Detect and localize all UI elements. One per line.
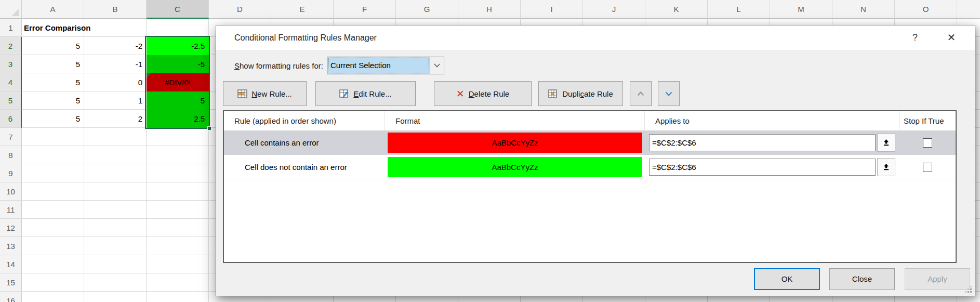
cell-C4-error[interactable]: #DIV/0!	[147, 73, 209, 91]
show-rules-dropdown[interactable]: Current Selection	[327, 57, 444, 74]
cell-A5[interactable]: 5	[22, 91, 84, 110]
column-header-C[interactable]: C	[147, 0, 209, 19]
chevron-down-icon	[665, 91, 672, 96]
cell-A6[interactable]: 5	[22, 110, 84, 128]
header-format: Format	[385, 111, 645, 130]
column-header-P-partial[interactable]	[957, 0, 980, 19]
cell-C2-active[interactable]: -2.5	[147, 37, 209, 55]
new-rule-button[interactable]: New Rule...	[223, 81, 307, 106]
rule-format-cell: AaBbCcYyZz	[385, 155, 645, 179]
show-rules-row: Show formatting rules for: Current Selec…	[216, 57, 975, 75]
header-rule: Rule (applied in order shown)	[224, 111, 385, 130]
rule-name: Cell contains an error	[224, 130, 385, 155]
column-header-K[interactable]: K	[645, 0, 708, 19]
stop-if-true-cell	[899, 130, 956, 155]
cell-B5[interactable]: 1	[84, 91, 147, 110]
close-icon[interactable]: ✕	[941, 25, 962, 50]
row-header-4[interactable]: 4	[0, 73, 22, 91]
cell-A3[interactable]: 5	[22, 55, 84, 73]
row-header-13[interactable]: 13	[0, 237, 22, 255]
cell-A1[interactable]: Error Comparison	[24, 19, 90, 37]
row-header-9[interactable]: 9	[0, 164, 22, 182]
rule-format-cell: AaBbCcYyZz	[385, 130, 645, 155]
column-header-M[interactable]: M	[770, 0, 832, 19]
format-preview-swatch: AaBbCcYyZz	[388, 157, 642, 177]
column-header-J[interactable]: J	[583, 0, 645, 19]
row-header-2[interactable]: 2	[0, 37, 22, 55]
row-header-15[interactable]: 15	[0, 273, 22, 292]
row-header-3[interactable]: 3	[0, 55, 22, 73]
delete-rule-label: Delete Rule	[469, 89, 509, 98]
show-rules-dropdown-value[interactable]: Current Selection	[327, 57, 430, 74]
row-header-8[interactable]: 8	[0, 146, 22, 164]
applies-to-cell	[645, 130, 899, 155]
column-header-L[interactable]: L	[708, 0, 770, 19]
select-all-triangle-icon	[11, 8, 19, 16]
close-button[interactable]: Close	[829, 268, 895, 290]
cell-C5[interactable]: 5	[147, 91, 209, 110]
red-x-icon: ✕	[456, 89, 465, 99]
stop-if-true-checkbox[interactable]	[923, 163, 932, 172]
cell-B4[interactable]: 0	[84, 73, 147, 91]
cell-A2[interactable]: 5	[22, 37, 84, 55]
row-header-5[interactable]: 5	[0, 91, 22, 110]
row-header-7[interactable]: 7	[0, 128, 22, 146]
stop-if-true-checkbox[interactable]	[923, 138, 932, 148]
row-header-12[interactable]: 12	[0, 219, 22, 237]
format-preview-swatch: AaBbCcYyZz	[388, 133, 642, 153]
error-indicator-triangle-icon	[147, 73, 151, 78]
column-header-I[interactable]: I	[521, 0, 583, 19]
rule-row-error[interactable]: Cell contains an error AaBbCcYyZz	[224, 130, 956, 155]
collapse-dialog-icon	[882, 163, 890, 171]
stop-if-true-cell	[899, 155, 956, 179]
chevron-down-icon[interactable]	[430, 57, 444, 74]
row-header-6[interactable]: 6	[0, 110, 22, 128]
cell-B2[interactable]: -2	[84, 37, 147, 55]
column-header-B[interactable]: B	[84, 0, 147, 19]
row-header-16[interactable]: 16	[0, 292, 22, 302]
rules-toolbar: New Rule... Edit Rule... ✕ Delete Rule D…	[216, 81, 975, 106]
row-header-11[interactable]: 11	[0, 201, 22, 219]
cell-B3[interactable]: -1	[84, 55, 147, 73]
move-rule-down-button[interactable]	[658, 81, 680, 106]
row-headers: 1 2 3 4 5 6 7 8 9 10 11 12 13 14 15 16	[0, 19, 22, 302]
column-header-N[interactable]: N	[832, 0, 895, 19]
move-rule-up-button[interactable]	[630, 81, 652, 106]
dialog-titlebar[interactable]: Conditional Formatting Rules Manager ? ✕	[216, 25, 975, 50]
help-button[interactable]: ?	[905, 25, 925, 50]
column-header-G[interactable]: G	[396, 0, 458, 19]
edit-rule-button[interactable]: Edit Rule...	[315, 81, 416, 106]
column-header-D[interactable]: D	[209, 0, 271, 19]
conditional-formatting-rules-manager-dialog: Conditional Formatting Rules Manager ? ✕…	[216, 25, 975, 296]
range-picker-button[interactable]	[877, 134, 895, 152]
column-header-A[interactable]: A	[22, 0, 84, 19]
chevron-up-icon	[637, 91, 644, 96]
row-header-10[interactable]: 10	[0, 182, 22, 201]
range-picker-button[interactable]	[877, 158, 895, 176]
column-header-E[interactable]: E	[271, 0, 334, 19]
duplicate-rule-button[interactable]: Duplicate Rule	[538, 81, 623, 106]
cell-B6[interactable]: 2	[84, 110, 147, 128]
rule-row-no-error[interactable]: Cell does not contain an error AaBbCcYyZ…	[224, 155, 956, 179]
column-header-H[interactable]: H	[458, 0, 521, 19]
cell-C3[interactable]: -5	[147, 55, 209, 73]
table-grid-icon	[548, 89, 558, 98]
row-header-14[interactable]: 14	[0, 255, 22, 273]
cell-A4[interactable]: 5	[22, 73, 84, 91]
delete-rule-button[interactable]: ✕ Delete Rule	[434, 81, 532, 106]
edit-rule-label: Edit Rule...	[353, 89, 391, 98]
table-grid-icon	[237, 89, 247, 98]
row-header-1[interactable]: 1	[0, 19, 22, 37]
applies-to-cell	[645, 155, 899, 179]
select-all-button[interactable]	[0, 0, 22, 19]
column-header-F[interactable]: F	[334, 0, 396, 19]
header-stop-if-true: Stop If True	[899, 111, 956, 130]
duplicate-rule-label: Duplicate Rule	[562, 89, 613, 98]
applies-to-input[interactable]	[649, 159, 876, 176]
cell-C6[interactable]: 2.5	[147, 110, 209, 128]
applies-to-input[interactable]	[649, 134, 876, 151]
dialog-title: Conditional Formatting Rules Manager	[234, 25, 377, 50]
column-header-O[interactable]: O	[895, 0, 957, 19]
resize-grip[interactable]	[964, 285, 972, 293]
ok-button[interactable]: OK	[754, 268, 820, 290]
